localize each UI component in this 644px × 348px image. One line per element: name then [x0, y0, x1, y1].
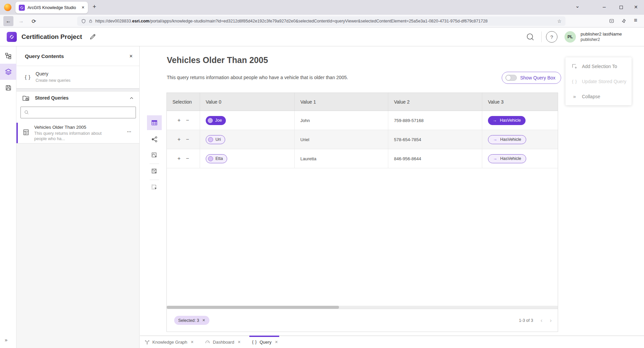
entity-chip[interactable]: Uri — [206, 135, 225, 144]
tab-close-icon[interactable]: ✕ — [191, 340, 194, 344]
toggle-switch[interactable] — [505, 75, 517, 81]
user-avatar[interactable]: PL — [564, 31, 576, 43]
browser-tab[interactable]: ArcGIS Knowledge Studio ✕ — [15, 2, 88, 13]
stored-query-doc-icon — [22, 129, 30, 136]
add-to-map-icon[interactable] — [147, 164, 162, 179]
tab-close-icon[interactable]: ✕ — [82, 5, 85, 10]
remove-from-selection-icon[interactable]: − — [186, 156, 189, 161]
data-model-icon[interactable] — [0, 48, 16, 64]
stored-queries-title: Stored Queries — [35, 95, 68, 101]
relationship-chip[interactable]: →HasVehicle — [488, 154, 526, 163]
entity-chip[interactable]: Etta — [206, 154, 227, 163]
previous-page-icon[interactable]: ‹ — [541, 317, 543, 323]
reload-icon[interactable]: ⟳ — [29, 16, 39, 26]
url-bar[interactable]: https://dev0028833.esri.com/portal/apps/… — [77, 16, 565, 26]
back-icon[interactable]: ← — [3, 16, 13, 26]
entity-dot-icon — [208, 137, 213, 142]
relationship-chip[interactable]: →HasVehicle — [488, 116, 526, 125]
tracking-shield-icon[interactable] — [81, 19, 86, 24]
clear-selection-icon[interactable]: ✕ — [202, 318, 205, 323]
braces-icon: { } — [252, 340, 257, 344]
stored-query-item[interactable]: Vehicles Older Than 2005 This query retu… — [16, 123, 139, 143]
folder-icon — [22, 95, 30, 102]
knowledge-studio-logo — [7, 32, 17, 42]
arcgis-favicon — [19, 5, 25, 11]
stored-query-title: Vehicles Older Than 2005 — [34, 124, 86, 130]
table-view-icon[interactable] — [147, 115, 162, 130]
window-minimize-icon[interactable]: – — [603, 4, 606, 10]
left-rail — [0, 46, 16, 348]
save-to-pocket-icon[interactable] — [609, 18, 614, 23]
remove-from-selection-icon[interactable]: − — [186, 137, 189, 142]
selected-count-label: Selected: 3 — [178, 318, 199, 323]
column-header: Selection — [167, 93, 200, 111]
stored-queries-header[interactable]: Stored Queries — [16, 92, 139, 105]
extensions-icon[interactable] — [622, 18, 627, 23]
tab-label: Query — [259, 340, 271, 345]
stored-queries-search[interactable] — [20, 107, 136, 118]
add-to-selection-icon[interactable]: + — [178, 156, 181, 161]
forward-icon[interactable]: → — [16, 16, 26, 26]
tab-close-icon[interactable]: ✕ — [275, 340, 278, 344]
table-footer: Selected: 3 ✕ 1-3 of 3 ‹ › — [167, 309, 558, 332]
chevron-up-icon[interactable] — [129, 96, 134, 101]
menu-item-add-selection-to[interactable]: Add Selection To — [565, 59, 632, 74]
menu-hamburger-icon[interactable]: ≡ — [634, 17, 637, 24]
tab-knowledge-graph[interactable]: Knowledge Graph ✕ — [145, 336, 194, 348]
tab-query[interactable]: { } Query ✕ — [252, 336, 278, 348]
layers-icon[interactable] — [0, 64, 16, 80]
scrollbar-thumb[interactable] — [167, 306, 339, 309]
relationship-chip[interactable]: →HasVehicle — [488, 135, 526, 144]
expand-panel-icon[interactable]: » — [5, 337, 7, 343]
search-icon[interactable] — [525, 31, 536, 43]
menu-item-label: Update Stored Query — [582, 79, 626, 84]
collapse-icon: » — [572, 94, 578, 99]
braces-icon: { } — [25, 74, 31, 80]
knowledge-graph-icon — [145, 340, 150, 345]
new-tab-button[interactable]: + — [93, 3, 96, 10]
lock-icon[interactable] — [89, 19, 93, 23]
tab-close-icon[interactable]: ✕ — [238, 340, 241, 344]
firefox-icon[interactable] — [4, 4, 11, 11]
stored-queries-search-input[interactable] — [32, 107, 136, 118]
edit-title-icon[interactable] — [89, 33, 96, 40]
help-icon[interactable]: ? — [546, 31, 557, 43]
user-name: publisher2 lastName — [581, 31, 622, 37]
panel-empty-area — [16, 143, 139, 348]
add-to-selection-icon[interactable]: + — [178, 118, 181, 123]
table-row: + − Uri Uriel 578-654-7854 →HasVehicle — [167, 130, 558, 149]
save-icon[interactable] — [0, 80, 16, 96]
header-divider — [541, 32, 542, 42]
menu-item-label: Add Selection To — [582, 64, 617, 69]
menu-item-collapse[interactable]: » Collapse — [565, 89, 632, 104]
add-to-selection-icon[interactable]: + — [178, 137, 181, 142]
list-tabs-icon[interactable]: ⌄ — [575, 3, 580, 9]
panel-header: Query Contents ✕ — [16, 46, 139, 66]
menu-item-update-stored-query: { } Update Stored Query — [565, 74, 632, 89]
entity-chip[interactable]: Joe — [206, 116, 226, 125]
item-options-icon[interactable]: ••• — [127, 130, 132, 133]
panel-title: Query Contents — [25, 46, 64, 66]
selection-tool-icon[interactable] — [147, 180, 162, 195]
window-close-icon[interactable]: ✕ — [634, 4, 638, 10]
table-row: + − Joe John 759-889-57168 →HasVehicle — [167, 111, 558, 130]
browser-tab-bar: ArcGIS Knowledge Studio ✕ + ⌄ – ✕ — [0, 0, 644, 15]
bookmark-star-icon[interactable]: ☆ — [557, 18, 561, 24]
query-item-subtitle: Create new queries — [36, 78, 70, 83]
braces-icon: { } — [572, 79, 578, 84]
horizontal-scrollbar[interactable] — [167, 306, 558, 309]
tab-dashboard[interactable]: Dashboard ✕ — [205, 336, 241, 348]
next-page-icon[interactable]: › — [550, 317, 552, 323]
arrow-right-icon: → — [493, 156, 497, 161]
show-query-box-toggle[interactable]: Show Query Box — [502, 72, 561, 84]
panel-close-icon[interactable]: ✕ — [129, 54, 133, 59]
remove-from-selection-icon[interactable]: − — [186, 118, 189, 123]
cell-value: 846-956-8644 — [388, 149, 482, 168]
map-view-icon[interactable] — [147, 148, 162, 163]
selected-count-chip[interactable]: Selected: 3 ✕ — [174, 316, 209, 325]
window-maximize-icon[interactable] — [620, 6, 623, 9]
page-description: This query returns information about peo… — [167, 75, 348, 80]
query-item[interactable]: { } Query Create new queries — [16, 66, 139, 89]
link-chart-icon[interactable] — [147, 132, 162, 147]
dashboard-gauge-icon — [205, 340, 210, 345]
